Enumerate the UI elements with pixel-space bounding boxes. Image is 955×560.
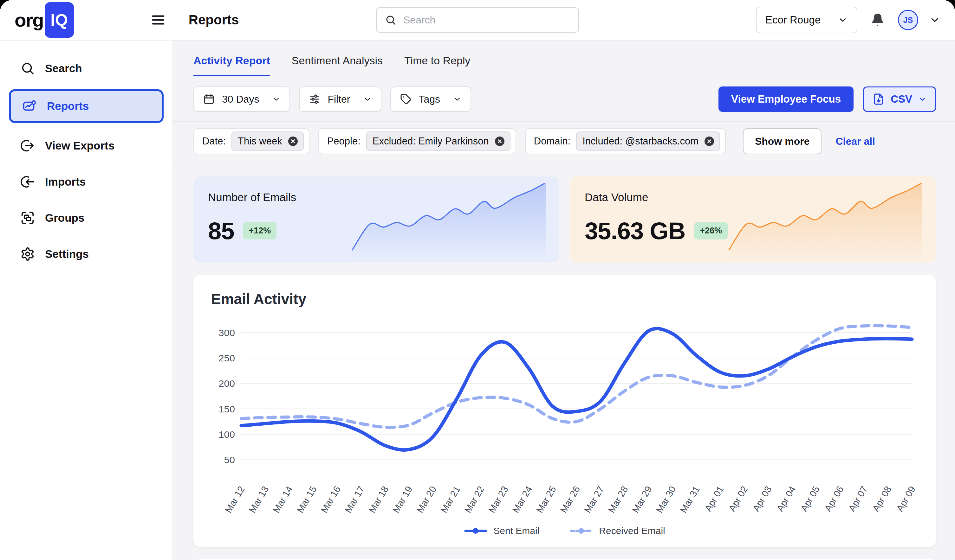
groups-icon <box>20 211 35 225</box>
remove-filter-icon[interactable] <box>704 136 715 147</box>
bell-icon <box>870 12 885 28</box>
stats-row: Number of Emails 85 +12% Data Volume 35.… <box>193 176 936 262</box>
svg-text:Mar 25: Mar 25 <box>534 484 558 515</box>
svg-text:Apr 04: Apr 04 <box>775 484 798 513</box>
chevron-down-icon <box>929 14 941 26</box>
tab-activity-report[interactable]: Activity Report <box>193 55 270 76</box>
chip-label: Date: <box>202 136 226 147</box>
header-actions: Ecor Rouge JS <box>756 7 941 33</box>
hamburger-icon <box>150 12 166 28</box>
chip-label: Domain: <box>534 136 570 147</box>
sidebar-item-imports[interactable]: Imports <box>9 167 164 197</box>
email-activity-card: Email Activity 50100150200250300Mar 12Ma… <box>193 275 936 547</box>
show-more-button[interactable]: Show more <box>743 128 822 154</box>
top-bar: org IQ Reports Ecor Rouge <box>0 0 955 41</box>
svg-text:Mar 26: Mar 26 <box>558 484 582 515</box>
sidebar-item-label: Groups <box>45 212 85 224</box>
svg-text:Mar 15: Mar 15 <box>294 484 318 515</box>
chevron-down-icon <box>918 95 927 104</box>
csv-export-button[interactable]: CSV <box>863 86 936 112</box>
sidebar-item-search[interactable]: Search <box>9 53 164 84</box>
stat-delta-badge: +26% <box>694 222 728 239</box>
svg-text:Mar 30: Mar 30 <box>654 484 678 515</box>
gear-icon <box>20 247 35 261</box>
avatar[interactable]: JS <box>898 10 918 30</box>
app-window: org IQ Reports Ecor Rouge <box>0 0 955 560</box>
org-selector[interactable]: Ecor Rouge <box>756 7 857 33</box>
svg-text:Mar 13: Mar 13 <box>247 484 271 515</box>
avatar-initials: JS <box>903 16 913 25</box>
tab-sentiment-analysis[interactable]: Sentiment Analysis <box>292 55 383 76</box>
svg-text:Mar 27: Mar 27 <box>582 484 606 515</box>
legend-item-sent-email: Sent Email <box>464 526 539 536</box>
svg-text:Mar 22: Mar 22 <box>462 484 486 515</box>
import-arrow-icon <box>20 175 35 189</box>
svg-text:Apr 01: Apr 01 <box>703 484 726 513</box>
svg-text:50: 50 <box>224 454 235 465</box>
chart-legend: Sent Email Received Email <box>211 524 918 541</box>
svg-text:150: 150 <box>218 404 235 414</box>
search-input[interactable] <box>403 14 570 26</box>
chevron-down-icon <box>453 95 462 104</box>
filter-dropdown-button[interactable]: Filter <box>299 86 381 112</box>
stat-delta-badge: +12% <box>243 222 277 239</box>
main-content: Activity ReportSentiment AnalysisTime to… <box>173 41 955 560</box>
chip-value[interactable]: Excluded: Emily Parkinson <box>366 131 510 151</box>
sidebar-item-groups[interactable]: Groups <box>9 203 164 233</box>
email-activity-chart: 50100150200250300Mar 12Mar 13Mar 14Mar 1… <box>211 310 918 524</box>
menu-toggle-button[interactable] <box>149 11 167 29</box>
svg-text:Mar 17: Mar 17 <box>343 484 366 515</box>
reports-chart-icon <box>22 99 37 113</box>
view-employee-focus-button[interactable]: View Employee Focus <box>719 86 853 112</box>
search-icon <box>385 14 396 26</box>
sidebar-item-label: View Exports <box>45 139 114 152</box>
csv-label: CSV <box>891 93 912 105</box>
chip-value[interactable]: This week <box>232 131 304 151</box>
svg-text:Apr 07: Apr 07 <box>846 484 869 513</box>
sidebar-item-label: Reports <box>47 100 89 112</box>
calendar-icon <box>203 93 215 105</box>
svg-text:Apr 05: Apr 05 <box>798 484 822 513</box>
chart-title: Email Activity <box>211 290 918 307</box>
svg-text:Mar 31: Mar 31 <box>678 484 702 515</box>
svg-text:Apr 06: Apr 06 <box>822 484 845 513</box>
filter-chip-domain-: Domain: Included: @starbacks.com <box>525 128 726 154</box>
svg-text:Mar 12: Mar 12 <box>223 484 247 515</box>
chip-value[interactable]: Included: @starbacks.com <box>576 131 720 151</box>
tag-icon <box>400 93 412 105</box>
tab-time-to-reply[interactable]: Time to Reply <box>404 55 470 76</box>
svg-text:100: 100 <box>218 429 235 440</box>
active-filters-strip: Date: This week People: Excluded: Emily … <box>173 121 955 161</box>
svg-text:250: 250 <box>218 353 235 363</box>
remove-filter-icon[interactable] <box>287 136 299 147</box>
sidebar-item-settings[interactable]: Settings <box>9 239 164 269</box>
legend-label: Received Email <box>599 526 665 536</box>
tags-dropdown-button[interactable]: Tags <box>390 86 471 112</box>
30-days-dropdown-button[interactable]: 30 Days <box>193 86 290 112</box>
remove-filter-icon[interactable] <box>494 136 506 147</box>
clear-all-link[interactable]: Clear all <box>836 136 875 147</box>
svg-text:Mar 18: Mar 18 <box>366 484 390 515</box>
user-menu-chevron[interactable] <box>929 14 941 26</box>
filter-chip-people-: People: Excluded: Emily Parkinson <box>318 128 516 154</box>
notifications-button[interactable] <box>870 12 885 28</box>
logo-badge: IQ <box>45 2 74 38</box>
svg-text:Apr 09: Apr 09 <box>894 484 917 513</box>
svg-text:Mar 21: Mar 21 <box>438 484 462 515</box>
sparkline <box>351 183 547 259</box>
stat-value: 35.63 GB <box>585 217 685 245</box>
svg-text:Apr 02: Apr 02 <box>727 484 750 513</box>
legend-swatch <box>570 527 593 535</box>
control-label: Filter <box>327 94 350 105</box>
global-search[interactable] <box>376 7 579 33</box>
svg-text:Mar 23: Mar 23 <box>486 484 510 515</box>
org-selector-value: Ecor Rouge <box>766 14 820 26</box>
report-tabs: Activity ReportSentiment AnalysisTime to… <box>173 41 955 76</box>
controls-row: 30 Days Filter Tags View Employee Focus <box>193 86 936 112</box>
svg-text:Mar 29: Mar 29 <box>630 484 654 515</box>
sidebar-item-label: Search <box>45 62 82 75</box>
legend-item-received-email: Received Email <box>570 526 665 536</box>
sidebar-item-view-exports[interactable]: View Exports <box>9 131 164 161</box>
sidebar-item-reports[interactable]: Reports <box>9 89 164 123</box>
stat-value: 85 <box>208 217 234 245</box>
